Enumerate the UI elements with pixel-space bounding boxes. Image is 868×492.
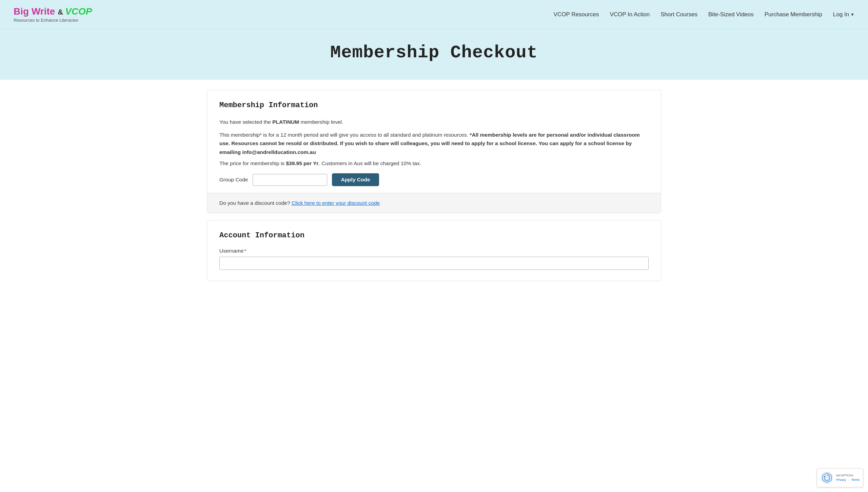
logo-big-write: Big Write	[14, 6, 55, 17]
description-line1-text: This membership* is for a 12 month perio…	[219, 132, 468, 138]
nav-log-in[interactable]: Log In ▼	[833, 11, 854, 18]
nav-vcop-resources[interactable]: VCOP Resources	[554, 11, 599, 18]
main-nav: VCOP Resources VCOP In Action Short Cour…	[554, 11, 854, 18]
site-logo: Big Write & VCOP	[14, 6, 92, 17]
username-input[interactable]	[219, 257, 649, 270]
selected-text-post: membership level.	[299, 119, 343, 125]
discount-section: Do you have a discount code? Click here …	[207, 193, 661, 213]
logo-area: Big Write & VCOP Resources to Enhance Li…	[14, 6, 92, 23]
membership-level-badge: PLATINUM	[272, 119, 299, 125]
hero-section: Membership Checkout	[0, 29, 868, 80]
apply-code-button[interactable]: Apply Code	[332, 173, 379, 186]
group-code-row: Group Code Apply Code	[219, 173, 649, 186]
nav-bite-sized-videos[interactable]: Bite-Sized Videos	[708, 11, 754, 18]
price-text-post: . Customers in Aus will be charged 10% t…	[319, 160, 421, 166]
site-header: Big Write & VCOP Resources to Enhance Li…	[0, 0, 868, 29]
account-info-card: Account Information Username*	[207, 220, 661, 281]
logo-subtitle: Resources to Enhance Literacies	[14, 18, 92, 23]
group-code-label: Group Code	[219, 177, 248, 183]
price-text: The price for membership is $39.95 per Y…	[219, 160, 649, 166]
nav-vcop-in-action[interactable]: VCOP In Action	[610, 11, 650, 18]
logo-vcop: VCOP	[65, 6, 92, 17]
account-info-title: Account Information	[219, 231, 649, 240]
price-text-pre: The price for membership is	[219, 160, 286, 166]
selected-text-pre: You have selected the	[219, 119, 272, 125]
main-content: Membership Information You have selected…	[197, 90, 671, 281]
membership-description-line1: This membership* is for a 12 month perio…	[219, 131, 649, 157]
nav-short-courses[interactable]: Short Courses	[660, 11, 697, 18]
price-value: $39.95 per Yr	[286, 160, 318, 166]
logo-and: &	[58, 8, 65, 16]
discount-text-pre: Do you have a discount code?	[219, 200, 292, 206]
membership-info-card: Membership Information You have selected…	[207, 90, 661, 213]
log-in-label: Log In	[833, 11, 849, 18]
discount-text: Do you have a discount code? Click here …	[219, 200, 380, 206]
discount-code-link[interactable]: Click here to enter your discount code	[292, 200, 380, 206]
chevron-down-icon: ▼	[850, 12, 854, 17]
group-code-input[interactable]	[253, 174, 327, 186]
username-label: Username*	[219, 248, 649, 254]
username-label-text: Username	[219, 248, 244, 254]
required-star: *	[244, 248, 246, 254]
membership-level-text: You have selected the PLATINUM membershi…	[219, 118, 649, 126]
page-title: Membership Checkout	[14, 43, 854, 63]
membership-info-title: Membership Information	[219, 101, 649, 110]
nav-purchase-membership[interactable]: Purchase Membership	[765, 11, 822, 18]
